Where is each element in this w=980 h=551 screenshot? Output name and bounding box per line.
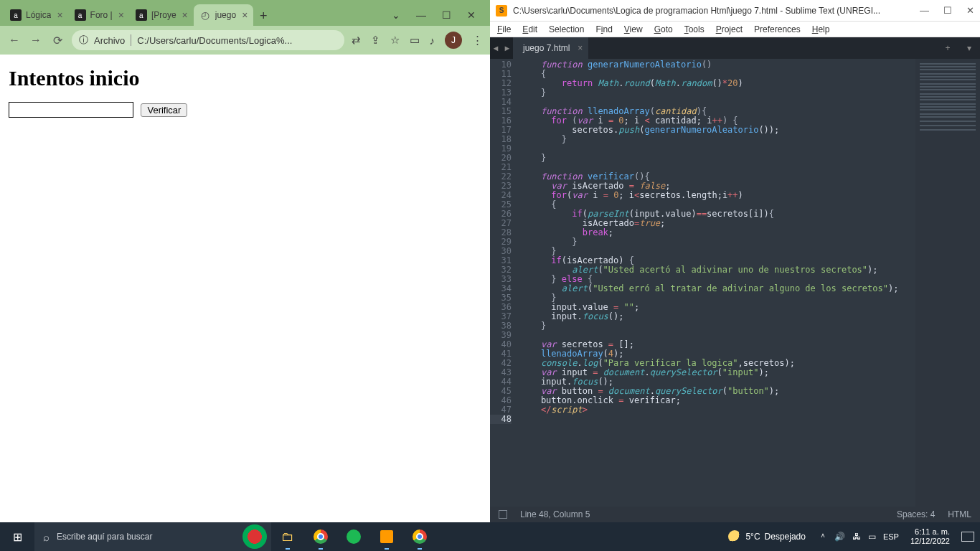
- omnibox[interactable]: ⓘ Archivo C:/Users/carlu/Documents/Logic…: [72, 30, 344, 50]
- profile-avatar[interactable]: J: [445, 32, 462, 49]
- taskbar-chrome[interactable]: [304, 522, 337, 551]
- tab-1[interactable]: aLógica×: [4, 4, 69, 26]
- address-bar: ← → ⟳ ⓘ Archivo C:/Users/carlu/Documents…: [0, 26, 490, 55]
- tab-3[interactable]: a[Proye×: [130, 4, 194, 26]
- page-content: Intentos inicio Verificar: [0, 55, 490, 522]
- url-text: C:/Users/carlu/Documents/Logica%...: [137, 35, 336, 46]
- tab-title: juego: [215, 10, 236, 20]
- start-button[interactable]: ⊞: [0, 522, 34, 551]
- menu-preferences[interactable]: Preferences: [754, 24, 801, 34]
- menu-find[interactable]: Find: [595, 24, 612, 34]
- menu-project[interactable]: Project: [716, 24, 743, 34]
- share-icon[interactable]: ⇪: [371, 34, 380, 47]
- tray-volume-icon[interactable]: 🔊: [834, 532, 845, 542]
- menu-view[interactable]: View: [624, 24, 643, 34]
- syntax-setting[interactable]: HTML: [948, 509, 971, 519]
- guess-input[interactable]: [9, 102, 133, 118]
- clock-time: 6:11 a. m.: [910, 527, 950, 537]
- close-icon[interactable]: ×: [57, 9, 62, 21]
- bookmark-star-icon[interactable]: ☆: [390, 34, 400, 47]
- taskbar: ⊞ ⌕ Escribe aquí para buscar 🗀 5°C Despe…: [0, 522, 980, 551]
- maximize-icon[interactable]: ☐: [442, 9, 451, 21]
- moon-icon: [728, 530, 741, 543]
- media-icon[interactable]: ♪: [430, 34, 435, 47]
- notifications-icon[interactable]: [961, 532, 974, 542]
- menu-edit[interactable]: Edit: [522, 24, 537, 34]
- tab-strip: aLógica× aForo |× a[Proye× ◴juego× + ⌄ —…: [0, 0, 490, 26]
- line-gutter[interactable]: 1011121314151617181920212223242526272829…: [490, 59, 517, 507]
- favicon: a: [10, 9, 22, 21]
- close-icon[interactable]: ×: [182, 9, 188, 21]
- kebab-menu-icon[interactable]: ⋮: [472, 34, 483, 47]
- origin-label: Archivo: [94, 35, 125, 46]
- minimap[interactable]: [915, 59, 980, 507]
- site-info-icon[interactable]: ⓘ: [79, 34, 88, 47]
- tab-4-active[interactable]: ◴juego×: [194, 4, 254, 26]
- menu-selection[interactable]: Selection: [549, 24, 584, 34]
- titlebar: S C:\Users\carlu\Documents\Logica de pro…: [490, 0, 980, 22]
- page-heading: Intentos inicio: [9, 66, 481, 90]
- search-icon: ⌕: [43, 531, 50, 543]
- tab-label: juego 7.html: [523, 43, 570, 53]
- verify-button[interactable]: Verificar: [141, 103, 187, 117]
- system-tray: 5°C Despejado ＾ 🔊 🖧 ▭ ESP 6:11 a. m. 12/…: [722, 527, 980, 546]
- favicon: a: [136, 9, 147, 21]
- panel-toggle-icon[interactable]: [499, 510, 507, 519]
- taskbar-search[interactable]: ⌕ Escribe aquí para buscar: [34, 522, 271, 551]
- weather-widget[interactable]: 5°C Despejado: [728, 530, 806, 543]
- menu-file[interactable]: File: [497, 24, 511, 34]
- menu-help[interactable]: Help: [812, 24, 830, 34]
- tab-title: [Proye: [151, 10, 176, 20]
- tab-dropdown-icon[interactable]: ▾: [958, 37, 980, 59]
- editor-tabs: ◄ ► juego 7.html× + ▾: [490, 37, 980, 59]
- cursor-position[interactable]: Line 48, Column 5: [520, 509, 590, 519]
- separator: [131, 34, 131, 46]
- clock-date: 12/12/2022: [910, 537, 950, 546]
- sublime-icon: S: [496, 5, 507, 17]
- window-title: C:\Users\carlu\Documents\Logica de progr…: [513, 6, 920, 16]
- tab-2[interactable]: aForo |×: [69, 4, 130, 26]
- taskbar-explorer[interactable]: 🗀: [271, 522, 304, 551]
- forward-button[interactable]: →: [29, 34, 43, 47]
- tab-title: Foro |: [90, 10, 113, 20]
- indent-setting[interactable]: Spaces: 4: [897, 509, 935, 519]
- menu-tools[interactable]: Tools: [684, 24, 705, 34]
- close-icon[interactable]: ×: [578, 43, 583, 53]
- close-icon[interactable]: ×: [118, 9, 124, 21]
- minimize-icon[interactable]: —: [416, 9, 426, 21]
- reload-button[interactable]: ⟳: [50, 34, 65, 47]
- extensions-icon[interactable]: ▭: [410, 34, 420, 47]
- close-window-icon[interactable]: ✕: [467, 9, 476, 21]
- close-icon[interactable]: ×: [242, 9, 248, 21]
- menu-bar: File Edit Selection Find View Goto Tools…: [490, 22, 980, 37]
- maximize-icon[interactable]: ☐: [943, 5, 952, 16]
- translate-icon[interactable]: ⇄: [352, 34, 361, 47]
- minimize-icon[interactable]: —: [920, 5, 929, 16]
- sublime-window: S C:\Users\carlu\Documents\Logica de pro…: [490, 0, 980, 522]
- weather-temp: 5°C: [745, 532, 760, 542]
- taskbar-clock[interactable]: 6:11 a. m. 12/12/2022: [910, 527, 950, 546]
- tab-nav-right-icon[interactable]: ►: [501, 37, 513, 59]
- tray-chevron-icon[interactable]: ＾: [819, 531, 827, 543]
- editor-tab-active[interactable]: juego 7.html×: [513, 37, 588, 59]
- tab-nav-left-icon[interactable]: ◄: [490, 37, 501, 59]
- search-highlight-icon: [242, 524, 267, 549]
- window-controls: ⌄ — ☐ ✕: [382, 4, 486, 26]
- menu-goto[interactable]: Goto: [654, 24, 673, 34]
- favicon: a: [75, 9, 86, 21]
- caret-down-icon[interactable]: ⌄: [392, 9, 400, 21]
- new-tab-button[interactable]: +: [253, 6, 273, 26]
- tab-title: Lógica: [26, 10, 51, 20]
- taskbar-chrome-2[interactable]: [403, 522, 436, 551]
- tray-network-icon[interactable]: 🖧: [852, 532, 861, 542]
- tray-language[interactable]: ESP: [883, 532, 899, 541]
- back-button[interactable]: ←: [7, 34, 22, 47]
- new-file-icon[interactable]: +: [937, 37, 958, 59]
- weather-cond: Despejado: [765, 532, 806, 542]
- taskbar-sublime[interactable]: [370, 522, 403, 551]
- status-bar: Line 48, Column 5 Spaces: 4 HTML: [490, 507, 980, 522]
- close-window-icon[interactable]: ✕: [966, 5, 974, 16]
- tray-battery-icon[interactable]: ▭: [868, 532, 876, 542]
- code-editor[interactable]: function generarNumeroAleatorio() { retu…: [517, 59, 915, 507]
- taskbar-spotify[interactable]: [337, 522, 370, 551]
